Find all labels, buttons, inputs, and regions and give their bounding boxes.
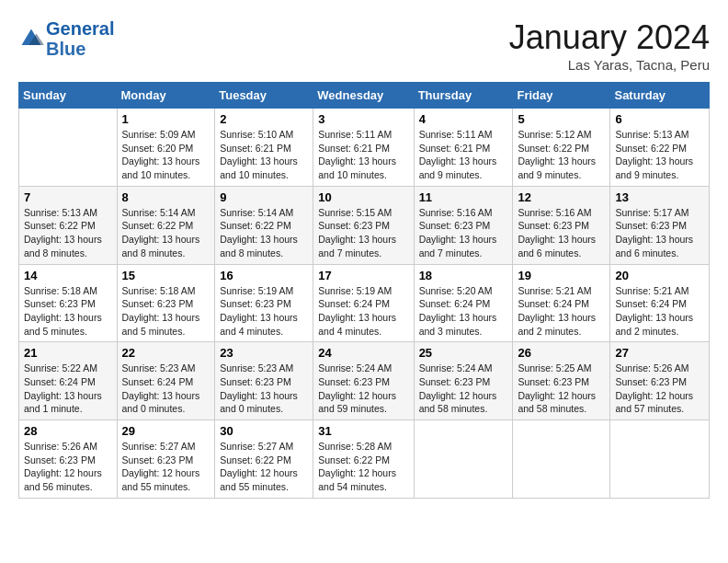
- day-number: 4: [419, 112, 508, 126]
- day-number: 23: [220, 346, 308, 360]
- day-info: Sunrise: 5:12 AM Sunset: 6:22 PM Dayligh…: [518, 128, 605, 182]
- day-info: Sunrise: 5:23 AM Sunset: 6:23 PM Dayligh…: [220, 362, 308, 416]
- month-title: January 2024: [509, 18, 710, 57]
- logo-text: General Blue: [46, 18, 114, 59]
- calendar-cell: 7Sunrise: 5:13 AM Sunset: 6:22 PM Daylig…: [19, 186, 118, 264]
- day-number: 12: [518, 190, 605, 204]
- calendar-cell: [513, 420, 610, 499]
- day-info: Sunrise: 5:24 AM Sunset: 6:23 PM Dayligh…: [419, 362, 508, 416]
- day-number: 7: [24, 190, 112, 204]
- day-info: Sunrise: 5:27 AM Sunset: 6:22 PM Dayligh…: [220, 440, 308, 494]
- day-info: Sunrise: 5:19 AM Sunset: 6:24 PM Dayligh…: [318, 284, 408, 339]
- calendar-cell: 12Sunrise: 5:16 AM Sunset: 6:23 PM Dayli…: [513, 186, 610, 264]
- calendar-cell: 25Sunrise: 5:24 AM Sunset: 6:23 PM Dayli…: [414, 342, 513, 420]
- day-info: Sunrise: 5:28 AM Sunset: 6:22 PM Dayligh…: [318, 440, 408, 494]
- calendar-cell: 21Sunrise: 5:22 AM Sunset: 6:24 PM Dayli…: [19, 342, 118, 420]
- day-of-week-header: Thursday: [414, 83, 513, 109]
- day-info: Sunrise: 5:14 AM Sunset: 6:22 PM Dayligh…: [220, 206, 308, 260]
- day-number: 30: [220, 424, 308, 438]
- day-info: Sunrise: 5:16 AM Sunset: 6:23 PM Dayligh…: [518, 206, 605, 260]
- day-info: Sunrise: 5:25 AM Sunset: 6:23 PM Dayligh…: [518, 362, 605, 416]
- day-number: 21: [24, 346, 112, 360]
- calendar-cell: 11Sunrise: 5:16 AM Sunset: 6:23 PM Dayli…: [414, 186, 513, 264]
- header: General Blue January 2024 Las Yaras, Tac…: [18, 18, 710, 73]
- calendar-cell: 18Sunrise: 5:20 AM Sunset: 6:24 PM Dayli…: [414, 264, 513, 342]
- day-number: 3: [318, 112, 408, 126]
- calendar-cell: 29Sunrise: 5:27 AM Sunset: 6:23 PM Dayli…: [117, 420, 215, 499]
- title-area: January 2024 Las Yaras, Tacna, Peru: [509, 18, 710, 73]
- logo-line1: General: [46, 18, 114, 39]
- calendar-cell: 4Sunrise: 5:11 AM Sunset: 6:21 PM Daylig…: [414, 109, 513, 187]
- calendar-cell: [414, 420, 513, 499]
- day-of-week-header: Friday: [513, 83, 610, 109]
- calendar-week-row: 14Sunrise: 5:18 AM Sunset: 6:23 PM Dayli…: [19, 264, 710, 342]
- day-number: 19: [518, 269, 605, 282]
- day-info: Sunrise: 5:11 AM Sunset: 6:21 PM Dayligh…: [318, 128, 408, 182]
- day-number: 29: [122, 424, 210, 438]
- calendar-cell: 8Sunrise: 5:14 AM Sunset: 6:22 PM Daylig…: [117, 186, 215, 264]
- day-number: 24: [318, 346, 408, 360]
- calendar-cell: [610, 420, 710, 499]
- day-number: 10: [318, 190, 408, 204]
- day-info: Sunrise: 5:20 AM Sunset: 6:24 PM Dayligh…: [419, 284, 508, 339]
- day-info: Sunrise: 5:27 AM Sunset: 6:23 PM Dayligh…: [122, 440, 210, 494]
- day-info: Sunrise: 5:19 AM Sunset: 6:23 PM Dayligh…: [220, 284, 308, 339]
- day-number: 5: [518, 112, 605, 126]
- calendar-cell: 16Sunrise: 5:19 AM Sunset: 6:23 PM Dayli…: [215, 264, 313, 342]
- day-of-week-header: Sunday: [19, 83, 118, 109]
- calendar-table: SundayMondayTuesdayWednesdayThursdayFrid…: [18, 82, 710, 499]
- logo-line2: Blue: [46, 39, 85, 59]
- calendar-cell: 2Sunrise: 5:10 AM Sunset: 6:21 PM Daylig…: [215, 109, 313, 187]
- logo: General Blue: [18, 18, 114, 59]
- day-info: Sunrise: 5:09 AM Sunset: 6:20 PM Dayligh…: [122, 128, 210, 182]
- day-number: 9: [220, 190, 308, 204]
- calendar-cell: 23Sunrise: 5:23 AM Sunset: 6:23 PM Dayli…: [215, 342, 313, 420]
- day-number: 25: [419, 346, 508, 360]
- calendar-cell: 17Sunrise: 5:19 AM Sunset: 6:24 PM Dayli…: [313, 264, 414, 342]
- calendar-body: 1Sunrise: 5:09 AM Sunset: 6:20 PM Daylig…: [19, 109, 710, 499]
- calendar-cell: 30Sunrise: 5:27 AM Sunset: 6:22 PM Dayli…: [215, 420, 313, 499]
- calendar-cell: 28Sunrise: 5:26 AM Sunset: 6:23 PM Dayli…: [19, 420, 118, 499]
- location: Las Yaras, Tacna, Peru: [509, 57, 710, 73]
- day-number: 14: [24, 269, 112, 282]
- day-info: Sunrise: 5:13 AM Sunset: 6:22 PM Dayligh…: [24, 206, 112, 260]
- day-info: Sunrise: 5:18 AM Sunset: 6:23 PM Dayligh…: [24, 284, 112, 339]
- day-of-week-header: Wednesday: [313, 83, 414, 109]
- day-number: 17: [318, 269, 408, 282]
- day-info: Sunrise: 5:11 AM Sunset: 6:21 PM Dayligh…: [419, 128, 508, 182]
- day-number: 28: [24, 424, 112, 438]
- day-number: 15: [122, 269, 210, 282]
- day-number: 22: [122, 346, 210, 360]
- calendar-cell: 15Sunrise: 5:18 AM Sunset: 6:23 PM Dayli…: [117, 264, 215, 342]
- calendar-cell: 5Sunrise: 5:12 AM Sunset: 6:22 PM Daylig…: [513, 109, 610, 187]
- day-number: 16: [220, 269, 308, 282]
- day-info: Sunrise: 5:18 AM Sunset: 6:23 PM Dayligh…: [122, 284, 210, 339]
- day-info: Sunrise: 5:17 AM Sunset: 6:23 PM Dayligh…: [615, 206, 704, 260]
- day-info: Sunrise: 5:26 AM Sunset: 6:23 PM Dayligh…: [24, 440, 112, 494]
- calendar-cell: 13Sunrise: 5:17 AM Sunset: 6:23 PM Dayli…: [610, 186, 710, 264]
- day-info: Sunrise: 5:21 AM Sunset: 6:24 PM Dayligh…: [615, 284, 704, 339]
- calendar-cell: 1Sunrise: 5:09 AM Sunset: 6:20 PM Daylig…: [117, 109, 215, 187]
- day-number: 13: [615, 190, 704, 204]
- day-number: 18: [419, 269, 508, 282]
- day-of-week-header: Monday: [117, 83, 215, 109]
- calendar-cell: [19, 109, 118, 187]
- day-info: Sunrise: 5:10 AM Sunset: 6:21 PM Dayligh…: [220, 128, 308, 182]
- day-number: 31: [318, 424, 408, 438]
- day-number: 6: [615, 112, 704, 126]
- day-number: 26: [518, 346, 605, 360]
- day-info: Sunrise: 5:15 AM Sunset: 6:23 PM Dayligh…: [318, 206, 408, 260]
- day-number: 20: [615, 269, 704, 282]
- day-info: Sunrise: 5:16 AM Sunset: 6:23 PM Dayligh…: [419, 206, 508, 260]
- calendar-cell: 26Sunrise: 5:25 AM Sunset: 6:23 PM Dayli…: [513, 342, 610, 420]
- day-info: Sunrise: 5:13 AM Sunset: 6:22 PM Dayligh…: [615, 128, 704, 182]
- day-of-week-header: Saturday: [610, 83, 710, 109]
- calendar-cell: 31Sunrise: 5:28 AM Sunset: 6:22 PM Dayli…: [313, 420, 414, 499]
- days-of-week-row: SundayMondayTuesdayWednesdayThursdayFrid…: [19, 83, 710, 109]
- calendar-week-row: 28Sunrise: 5:26 AM Sunset: 6:23 PM Dayli…: [19, 420, 710, 499]
- calendar-cell: 10Sunrise: 5:15 AM Sunset: 6:23 PM Dayli…: [313, 186, 414, 264]
- calendar-cell: 6Sunrise: 5:13 AM Sunset: 6:22 PM Daylig…: [610, 109, 710, 187]
- day-number: 1: [122, 112, 210, 126]
- logo-icon: [18, 26, 44, 52]
- day-info: Sunrise: 5:21 AM Sunset: 6:24 PM Dayligh…: [518, 284, 605, 339]
